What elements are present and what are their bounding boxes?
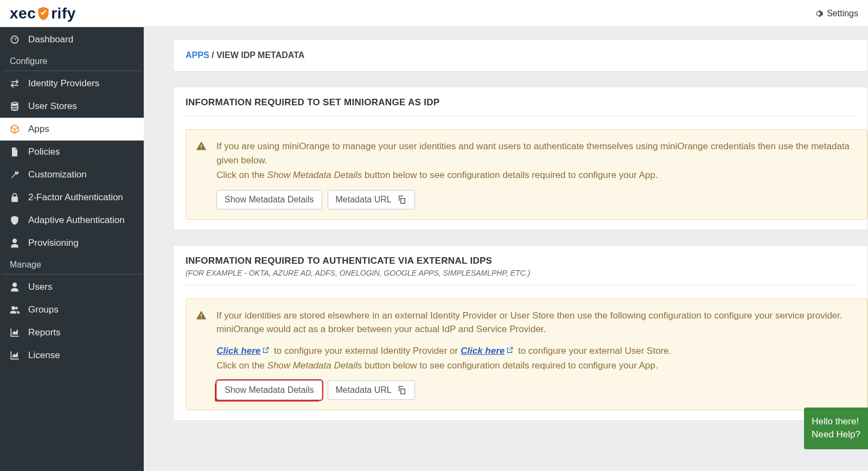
breadcrumb: APPS / VIEW IDP METADATA xyxy=(174,40,867,71)
show-metadata-details-button[interactable]: Show Metadata Details xyxy=(216,190,322,209)
sidebar-item-identity-providers[interactable]: Identity Providers xyxy=(0,72,144,95)
sidebar-item-label: Customization xyxy=(28,169,87,180)
exchange-icon xyxy=(9,78,21,90)
sidebar-item-user-stores[interactable]: User Stores xyxy=(0,95,144,118)
chart-icon xyxy=(9,349,21,361)
sidebar-item-groups[interactable]: Groups xyxy=(0,298,144,321)
copy-icon xyxy=(397,385,407,395)
help-widget[interactable]: Hello there! Need Help? xyxy=(804,408,868,449)
sidebar-item-reports[interactable]: Reports xyxy=(0,321,144,344)
help-line2: Need Help? xyxy=(812,428,860,442)
users-icon xyxy=(9,304,21,316)
section-manage-label: Manage xyxy=(2,254,142,275)
click-here-idp-link[interactable]: Click here xyxy=(216,346,260,356)
logo-shield-icon xyxy=(36,6,51,21)
alert-links-line: Click here to configure your external Id… xyxy=(216,344,856,358)
sidebar-item-label: Policies xyxy=(28,147,60,157)
section-subtitle: (FOR EXAMPLE - OKTA, AZURE AD, ADFS, ONE… xyxy=(186,269,856,277)
user-icon xyxy=(9,281,21,293)
copy-icon xyxy=(397,195,407,205)
sidebar-item-adaptive-auth[interactable]: Adaptive Authentication xyxy=(0,209,144,232)
alert-text-1: If you are using miniOrange to manage yo… xyxy=(216,139,856,167)
sidebar-item-label: User Stores xyxy=(28,101,77,112)
sidebar-item-apps[interactable]: Apps xyxy=(0,118,144,141)
sidebar-item-label: Provisioning xyxy=(28,238,79,249)
alert-text-2: Click on the Show Metadata Details butto… xyxy=(216,168,856,182)
file-icon xyxy=(9,146,21,158)
sidebar-item-users[interactable]: Users xyxy=(0,276,144,298)
section-miniorange-idp: INFORMATION REQUIRED TO SET MINIORANGE A… xyxy=(173,87,868,230)
click-here-userstore-link[interactable]: Click here xyxy=(461,346,505,356)
sidebar-item-label: Apps xyxy=(28,124,49,135)
alert-external-idps: If your identities are stored elsewhere … xyxy=(186,298,867,410)
sidebar-item-2fa[interactable]: 2-Factor Authentication xyxy=(0,186,144,209)
external-link-icon xyxy=(262,346,270,356)
section-external-idps: INFORMATION REQUIRED TO AUTHENTICATE VIA… xyxy=(173,245,868,421)
section-title: INFORMATION REQUIRED TO SET MINIORANGE A… xyxy=(186,97,856,108)
shield-icon xyxy=(9,214,21,226)
alert-miniorange: If you are using miniOrange to manage yo… xyxy=(186,129,867,220)
breadcrumb-root[interactable]: APPS xyxy=(186,50,209,60)
sidebar-item-label: Dashboard xyxy=(28,34,73,45)
sidebar-item-label: Groups xyxy=(28,304,59,315)
sidebar-item-policies[interactable]: Policies xyxy=(0,141,144,163)
alert-text-1: If your identities are stored elsewhere … xyxy=(216,309,856,336)
sidebar-item-provisioning[interactable]: Provisioning xyxy=(0,232,144,254)
user-icon xyxy=(9,237,21,249)
sidebar-item-label: Identity Providers xyxy=(28,78,99,89)
breadcrumb-current: VIEW IDP METADATA xyxy=(216,50,304,60)
gauge-icon xyxy=(9,34,21,46)
warning-icon xyxy=(196,310,207,400)
sidebar-item-customization[interactable]: Customization xyxy=(0,163,144,186)
show-metadata-details-button[interactable]: Show Metadata Details xyxy=(216,380,322,400)
warning-icon xyxy=(196,141,207,209)
sidebar-item-label: Users xyxy=(28,282,52,292)
alert-text-3: Click on the Show Metadata Details butto… xyxy=(216,359,856,373)
gear-icon xyxy=(814,9,824,18)
wrench-icon xyxy=(9,169,21,181)
cube-icon xyxy=(9,123,21,135)
sidebar-item-dashboard[interactable]: Dashboard xyxy=(0,28,144,51)
lock-icon xyxy=(9,192,21,203)
sidebar-item-label: Reports xyxy=(28,327,61,338)
sidebar-item-label: License xyxy=(28,350,60,361)
settings-label: Settings xyxy=(827,9,858,18)
sidebar-item-label: 2-Factor Authentication xyxy=(28,192,123,203)
sidebar: Dashboard Configure Identity Providers U… xyxy=(0,27,144,471)
external-link-icon xyxy=(506,346,514,356)
database-icon xyxy=(9,100,21,112)
section-configure-label: Configure xyxy=(2,51,142,71)
section-title: INFORMATION REQUIRED TO AUTHENTICATE VIA… xyxy=(186,256,856,266)
breadcrumb-panel: APPS / VIEW IDP METADATA xyxy=(173,39,868,72)
sidebar-item-label: Adaptive Authentication xyxy=(28,215,125,226)
settings-link[interactable]: Settings xyxy=(814,9,858,18)
metadata-url-button[interactable]: Metadata URL xyxy=(328,190,415,209)
logo: xec rify xyxy=(10,5,76,22)
metadata-url-button[interactable]: Metadata URL xyxy=(328,380,415,400)
topbar: xec rify Settings xyxy=(0,0,868,27)
help-line1: Hello there! xyxy=(812,415,860,429)
sidebar-item-license[interactable]: License xyxy=(0,344,144,367)
chart-icon xyxy=(9,327,21,339)
main-content: APPS / VIEW IDP METADATA INFORMATION REQ… xyxy=(144,27,868,471)
